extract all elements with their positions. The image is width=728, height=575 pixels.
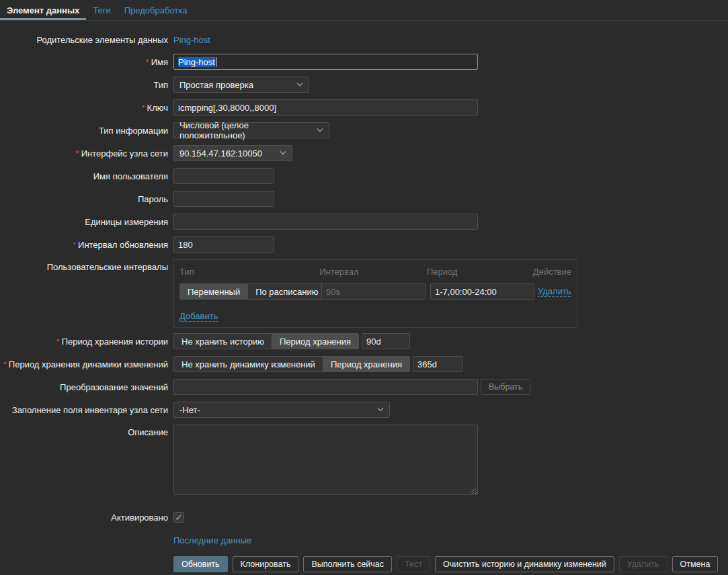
- tab-bar: Элемент данных Теги Предобработка: [0, 0, 728, 21]
- description-label: Описание: [0, 425, 173, 437]
- inventory-select-value: -Нет-: [179, 405, 200, 415]
- row-units: Единицы измерения: [0, 214, 728, 230]
- interval-input[interactable]: [321, 283, 426, 300]
- selected-text: Ping-host: [178, 57, 215, 67]
- row-description: Описание: [0, 425, 728, 495]
- delete-button[interactable]: Удалить: [619, 556, 668, 572]
- trends-period-input[interactable]: [413, 356, 462, 372]
- column-interval: Интервал: [319, 267, 427, 277]
- interface-select-value: 90.154.47.162:10050: [179, 148, 262, 159]
- password-input[interactable]: [173, 191, 274, 207]
- text-caret: [216, 57, 216, 67]
- column-type: Тип: [179, 267, 319, 277]
- valuemap-label: Преобразование значений: [0, 382, 173, 392]
- password-label: Пароль: [0, 194, 173, 204]
- interface-label: Интерфейс узла сети: [81, 148, 168, 159]
- tab-tags[interactable]: Теги: [86, 0, 117, 20]
- tab-item-data[interactable]: Элемент данных: [0, 0, 86, 20]
- trends-label: Период хранения динамики изменений: [9, 359, 168, 369]
- chevron-down-icon: [317, 128, 323, 132]
- required-asterisk: *: [146, 57, 149, 67]
- row-history: *Период хранения истории Не хранить исто…: [0, 333, 728, 349]
- row-parent-items: Родительские элементы данных Ping-host: [0, 34, 728, 45]
- history-period-input[interactable]: [362, 333, 410, 349]
- info-type-select-value: Числовой (целое положительное): [179, 120, 311, 140]
- trends-do-not-keep[interactable]: Не хранить динамику изменений: [174, 357, 323, 371]
- username-label: Имя пользователя: [0, 171, 173, 181]
- units-input[interactable]: [173, 214, 478, 230]
- trends-storage-period[interactable]: Период хранения: [323, 357, 409, 371]
- enabled-label: Активировано: [0, 513, 173, 523]
- custom-intervals-header: Тип Интервал Период Действие: [179, 267, 571, 277]
- column-period: Период: [427, 267, 533, 277]
- enabled-checkbox[interactable]: ✓: [173, 512, 184, 523]
- add-interval-link[interactable]: Добавить: [179, 311, 218, 322]
- history-toggle: Не хранить историю Период хранения: [173, 333, 359, 349]
- checkmark-icon: ✓: [175, 513, 183, 522]
- chevron-down-icon: [280, 151, 286, 155]
- history-label: Период хранения истории: [62, 337, 168, 347]
- description-textarea[interactable]: [173, 425, 478, 495]
- execute-now-button[interactable]: Выполнить сейчас: [303, 556, 392, 572]
- info-type-label: Тип информации: [0, 126, 173, 136]
- valuemap-input[interactable]: [173, 379, 478, 395]
- chevron-down-icon: [296, 83, 303, 87]
- update-button[interactable]: Обновить: [173, 556, 228, 572]
- row-enabled: Активировано ✓: [0, 512, 728, 523]
- clone-button[interactable]: Клонировать: [233, 556, 299, 572]
- row-valuemap: Преобразование значений Выбрать: [0, 379, 728, 395]
- type-select[interactable]: Простая проверка: [173, 77, 309, 93]
- footer-buttons: Обновить Клонировать Выполнить сейчас Те…: [173, 556, 728, 572]
- key-label: Ключ: [147, 103, 168, 113]
- name-input[interactable]: Ping-host: [173, 54, 478, 70]
- units-label: Единицы измерения: [0, 217, 173, 227]
- parent-item-link[interactable]: Ping-host: [173, 35, 210, 45]
- tab-preprocessing[interactable]: Предобработка: [118, 0, 194, 20]
- custom-intervals-label: Пользовательские интервалы: [0, 259, 173, 272]
- trends-toggle: Не хранить динамику изменений Период хра…: [173, 356, 410, 372]
- remove-interval-link[interactable]: Удалить: [538, 286, 571, 297]
- row-inventory: Заполнение поля инвентаря узла сети -Нет…: [0, 402, 728, 418]
- test-button[interactable]: Тест: [397, 556, 430, 572]
- row-custom-intervals: Пользовательские интервалы Тип Интервал …: [0, 259, 728, 328]
- row-username: Имя пользователя: [0, 168, 728, 184]
- history-storage-period[interactable]: Период хранения: [272, 334, 358, 349]
- name-label: Имя: [151, 57, 168, 67]
- period-input[interactable]: [430, 283, 534, 300]
- row-interface: *Интерфейс узла сети 90.154.47.162:10050: [0, 145, 728, 161]
- inventory-select[interactable]: -Нет-: [173, 402, 390, 418]
- clear-history-button[interactable]: Очистить историю и динамику изменений: [435, 556, 614, 572]
- toggle-flexible[interactable]: Переменный: [180, 284, 248, 299]
- parent-items-label: Родительские элементы данных: [0, 35, 173, 45]
- required-asterisk: *: [142, 103, 145, 113]
- username-input[interactable]: [173, 168, 274, 184]
- toggle-scheduling[interactable]: По расписанию: [248, 284, 325, 299]
- interface-select[interactable]: 90.154.47.162:10050: [173, 145, 292, 161]
- update-interval-input[interactable]: [173, 236, 274, 253]
- row-info-type: Тип информации Числовой (целое положител…: [0, 122, 728, 138]
- cancel-button[interactable]: Отмена: [672, 556, 719, 572]
- row-key: *Ключ: [0, 99, 728, 116]
- required-asterisk: *: [56, 337, 60, 347]
- update-interval-label: Интервал обновления: [78, 240, 168, 250]
- row-trends: *Период хранения динамики изменений Не х…: [0, 356, 728, 372]
- select-valuemap-button[interactable]: Выбрать: [481, 379, 530, 395]
- row-name: *Имя Ping-host: [0, 54, 728, 70]
- chevron-down-icon: [377, 408, 384, 412]
- row-type: Тип Простая проверка: [0, 77, 728, 93]
- column-action: Действие: [533, 267, 571, 277]
- interval-row: Переменный По расписанию Удалить: [179, 283, 571, 300]
- item-config-page: Элемент данных Теги Предобработка Родите…: [0, 0, 728, 572]
- row-latest-data: Последние данные: [0, 535, 728, 545]
- row-password: Пароль: [0, 191, 728, 207]
- row-update-interval: *Интервал обновления: [0, 236, 728, 253]
- latest-data-link[interactable]: Последние данные: [173, 535, 251, 545]
- inventory-label: Заполнение поля инвентаря узла сети: [0, 405, 173, 415]
- info-type-select[interactable]: Числовой (целое положительное): [173, 122, 329, 138]
- required-asterisk: *: [76, 148, 79, 159]
- required-asterisk: *: [73, 240, 76, 250]
- required-asterisk: *: [3, 359, 7, 369]
- interval-type-toggle: Переменный По расписанию: [179, 283, 327, 300]
- key-input[interactable]: [173, 99, 478, 116]
- history-do-not-keep[interactable]: Не хранить историю: [174, 334, 272, 349]
